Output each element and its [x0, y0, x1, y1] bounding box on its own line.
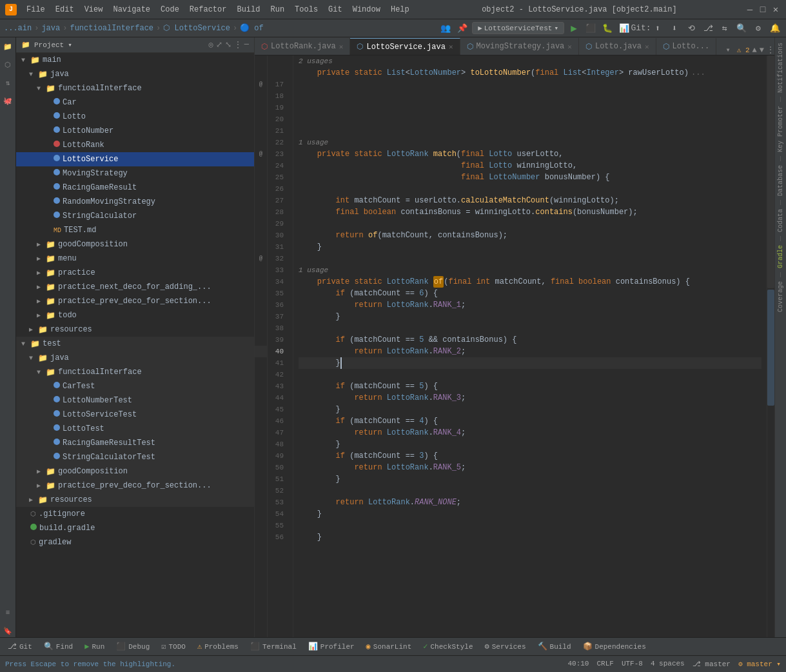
- tree-node-practice[interactable]: ▶ 📁 practice: [16, 266, 254, 280]
- bottom-tab-todo[interactable]: ☑ TODO: [156, 639, 191, 655]
- tab-lotto2[interactable]: ⬡ Lotto...: [656, 38, 717, 55]
- git-pull[interactable]: ⬇: [667, 21, 682, 35]
- tree-node-lottotest[interactable]: LottoTest: [16, 422, 254, 436]
- key-promoter-label[interactable]: Key Promoter: [776, 103, 785, 155]
- tree-node-movingstrategy[interactable]: MovingStrategy: [16, 166, 254, 181]
- tree-node-lottonumbertest[interactable]: LottoNumberTest: [16, 393, 254, 408]
- gradle-label[interactable]: Gradle: [776, 242, 785, 271]
- sidebar-structure-icon[interactable]: ≡: [1, 606, 14, 619]
- sidebar-project-icon[interactable]: 📁: [1, 40, 14, 53]
- bottom-tab-checkstyle[interactable]: ✓ CheckStyle: [418, 639, 478, 655]
- database-label[interactable]: Database: [776, 163, 785, 199]
- tab-lottoservice[interactable]: ⬡ LottoService.java ✕: [350, 38, 460, 55]
- tree-locate-icon[interactable]: ◎: [209, 40, 213, 50]
- tab-settings-icon[interactable]: ⋮: [767, 45, 774, 55]
- settings-icon[interactable]: ⚙: [751, 21, 765, 35]
- menu-edit[interactable]: Edit: [51, 4, 79, 15]
- scroll-down-icon[interactable]: ▼: [760, 46, 764, 55]
- tab-movingstrategy-close[interactable]: ✕: [567, 43, 572, 51]
- tree-expand-icon[interactable]: ⤢: [216, 40, 222, 50]
- tree-node-testmd[interactable]: MD TEST.md: [16, 223, 254, 237]
- tree-node-practice-prev[interactable]: ▶ 📁 practice_prev_deco_for_section...: [16, 294, 254, 308]
- tree-minimize-icon[interactable]: —: [244, 40, 249, 50]
- menu-refactor[interactable]: Refactor: [185, 4, 231, 15]
- bookmark-icon[interactable]: 📌: [455, 21, 469, 35]
- bottom-tab-find[interactable]: 🔍 Find: [39, 639, 78, 655]
- menu-view[interactable]: View: [80, 4, 108, 15]
- git-push[interactable]: ⬆: [651, 21, 665, 35]
- bottom-tab-dependencies[interactable]: 📦 Dependencies: [578, 639, 651, 655]
- bottom-tab-terminal[interactable]: ⬛ Terminal: [245, 639, 302, 655]
- menu-tools[interactable]: Tools: [290, 4, 322, 15]
- tree-node-buildgradle[interactable]: build.gradle: [16, 521, 254, 535]
- bottom-tab-services[interactable]: ⚙ Services: [480, 639, 531, 655]
- translate-icon[interactable]: ⇆: [718, 21, 732, 35]
- bottom-tab-profiler[interactable]: 📊 Profiler: [303, 639, 360, 655]
- tree-node-gitignore[interactable]: ⬡ .gitignore: [16, 507, 254, 521]
- sidebar-bookmarks-icon[interactable]: 🔖: [1, 624, 14, 637]
- tree-node-practice-next[interactable]: ▶ 📁 practice_next_deco_for_adding_...: [16, 280, 254, 294]
- code-editor[interactable]: @ @ @: [255, 55, 774, 637]
- bottom-tab-problems[interactable]: ⚠ Problems: [192, 639, 244, 655]
- tree-node-main[interactable]: ▼ 📁 main: [16, 53, 254, 67]
- tree-collapse-icon[interactable]: ⤡: [225, 40, 231, 50]
- tree-node-stringcalculator[interactable]: StringCalculator: [16, 209, 254, 223]
- code-content[interactable]: 2 usages private static List<LottoNumber…: [293, 55, 767, 637]
- warning-count[interactable]: ⚙ master ▾: [738, 660, 781, 668]
- tree-node-todo[interactable]: ▶ 📁 todo: [16, 308, 254, 322]
- tree-node-lotto[interactable]: Lotto: [16, 110, 254, 124]
- tab-lottorank[interactable]: ⬡ LottoRank.java ✕: [255, 38, 350, 55]
- menu-build[interactable]: Build: [232, 4, 264, 15]
- tree-node-lottoservicetest[interactable]: LottoServiceTest: [16, 408, 254, 422]
- bottom-tab-sonarlint[interactable]: ◉ SonarLint: [361, 639, 417, 655]
- tree-node-java2[interactable]: ▼ 📁 java: [16, 351, 254, 365]
- indent-info[interactable]: 4 spaces: [651, 660, 685, 668]
- git-history[interactable]: ⟲: [684, 21, 698, 35]
- notifications-label[interactable]: Notifications: [776, 40, 785, 95]
- minimize-button[interactable]: —: [745, 5, 755, 15]
- tree-node-functioalinterface[interactable]: ▼ 📁 functioalInterface: [16, 81, 254, 95]
- sidebar-pullrequest-icon[interactable]: ⇅: [1, 76, 14, 89]
- menu-run[interactable]: Run: [266, 4, 289, 15]
- tree-node-menu[interactable]: ▶ 📁 menu: [16, 252, 254, 266]
- sidebar-github-icon[interactable]: 🐙: [1, 94, 14, 107]
- people-icon[interactable]: 👥: [438, 21, 453, 35]
- charset[interactable]: UTF-8: [622, 660, 643, 668]
- tree-node-test[interactable]: ▼ 📁 test: [16, 337, 254, 351]
- tree-node-lottonumber[interactable]: LottoNumber: [16, 124, 254, 138]
- bottom-tab-build[interactable]: 🔨 Build: [533, 639, 576, 655]
- git-branch-status[interactable]: ⎇ master: [693, 660, 731, 668]
- tab-scroll-down[interactable]: ▾: [722, 45, 734, 55]
- close-button[interactable]: ✕: [771, 5, 781, 15]
- codata-label[interactable]: Codata: [776, 206, 785, 235]
- tree-node-randommovingstrategy[interactable]: RandomMovingStrategy: [16, 195, 254, 209]
- breadcrumb-main[interactable]: ...ain: [4, 24, 32, 33]
- breadcrumb-of[interactable]: 🔵 of: [240, 23, 264, 33]
- tree-node-lottoservice[interactable]: LottoService: [16, 152, 254, 166]
- tree-node-cartest[interactable]: CarTest: [16, 379, 254, 393]
- tree-node-racinggameresulttest[interactable]: RacingGameResultTest: [16, 436, 254, 450]
- breadcrumb-java[interactable]: java: [41, 24, 60, 33]
- tab-lottoservice-close[interactable]: ✕: [449, 43, 453, 51]
- cursor-position[interactable]: 40:10: [567, 660, 589, 668]
- run-config-selector[interactable]: ▶ LottoServiceTest ▾: [472, 22, 564, 34]
- tree-node-goodcomposition2[interactable]: ▶ 📁 goodComposition: [16, 464, 254, 479]
- menu-navigate[interactable]: Navigate: [108, 4, 155, 15]
- tree-node-java1[interactable]: ▼ 📁 java: [16, 67, 254, 81]
- menu-help[interactable]: Help: [386, 4, 414, 15]
- menu-file[interactable]: File: [22, 4, 50, 15]
- breadcrumb-class[interactable]: ⬡ LottoService: [163, 23, 230, 33]
- debug-button[interactable]: 🐛: [600, 21, 614, 35]
- minimap-scrollbar[interactable]: [767, 55, 774, 637]
- tree-node-car[interactable]: Car: [16, 95, 254, 110]
- tree-node-resources[interactable]: ▶ 📁 resources: [16, 322, 254, 337]
- tree-node-resources2[interactable]: ▶ 📁 resources: [16, 493, 254, 507]
- tab-lotto[interactable]: ⬡ Lotto.java ✕: [579, 38, 656, 55]
- sidebar-commit-icon[interactable]: ⬡: [1, 58, 14, 71]
- bottom-tab-run[interactable]: ▶ Run: [79, 639, 110, 655]
- tree-node-gradlew[interactable]: ⬡ gradlew: [16, 535, 254, 549]
- git-branch[interactable]: ⎇: [701, 21, 715, 35]
- bottom-tab-debug[interactable]: ⬛ Debug: [111, 639, 155, 655]
- notifications-icon[interactable]: 🔔: [768, 21, 782, 35]
- tab-lottorank-close[interactable]: ✕: [339, 43, 344, 51]
